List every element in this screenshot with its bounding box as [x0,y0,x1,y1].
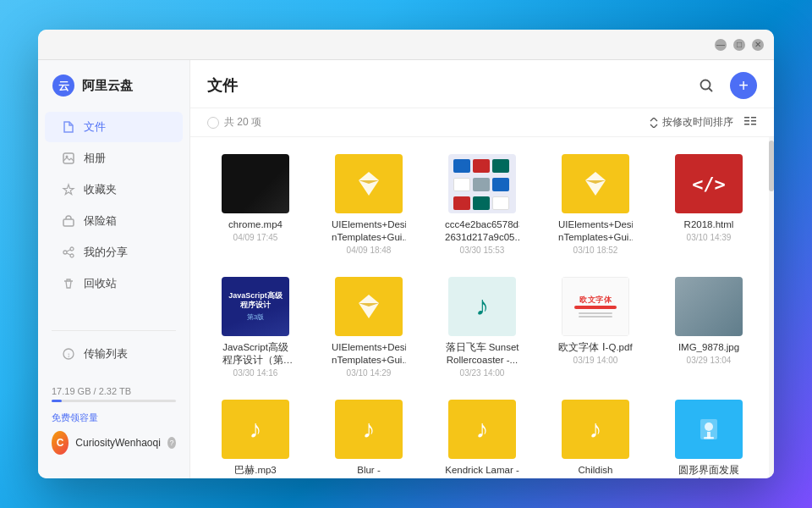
sidebar-divider [52,330,176,331]
nav-transfer-label: 传输列表 [84,346,128,362]
storage-upgrade-link[interactable]: 免费领容量 [52,412,98,422]
help-icon[interactable]: ? [167,437,176,449]
sidebar-item-favorites[interactable]: 收藏夹 [45,174,183,205]
file-item[interactable]: ccc4e2bac6578d3 2631d217a9c05... 03/30 1… [431,147,534,260]
file-item[interactable]: </> R2018.html 03/10 14:39 [657,147,760,260]
svg-rect-4 [63,219,74,226]
sidebar-item-files[interactable]: 文件 [45,112,183,142]
sidebar-item-share[interactable]: 我的分享 [45,237,183,268]
view-toggle-button[interactable] [743,116,757,130]
sidebar-logo: 云 阿里云盘 [38,74,189,111]
keynote-icon [694,414,724,444]
svg-rect-16 [751,124,756,125]
book-title-text: JavaScript高级程序设计 [227,291,284,311]
file-thumb-key [675,400,743,459]
file-item[interactable]: UIElements+Design nTemplates+Gui... 03/1… [544,147,647,260]
svg-rect-11 [744,117,749,119]
svg-text:↕: ↕ [67,351,70,359]
file-date: 03/10 18:52 [573,246,618,255]
file-item[interactable]: IMG_9878.jpg 03/29 13:04 [657,270,760,383]
file-grid-container: chrome.mp4 04/09 17:45 [190,137,774,478]
file-item[interactable]: 欧文字体 欧文字体 Ⅰ-Q.pdf 03/19 14:00 [544,270,647,383]
nav-album-label: 相册 [84,151,106,166]
app-window: — □ ✕ 云 阿里云盘 文件 [38,30,774,478]
file-date: 03/19 14:00 [573,356,618,365]
sidebar-item-vault[interactable]: 保险箱 [45,206,183,236]
file-name: UIElements+Design nTemplates+Gui... [332,218,406,244]
app-body: 云 阿里云盘 文件 [38,60,774,478]
sidebar-item-transfer[interactable]: ↕ 传输列表 [45,339,183,369]
file-name: 圆形界面发展史.key [672,464,746,478]
file-name: Blur - Tender.mp3 [332,464,406,478]
file-name: ccc4e2bac6578d3 2631d217a9c05... [445,218,519,244]
file-item[interactable]: ♪ Blur - Tender.mp3 03/22 18:10 [317,393,420,478]
transfer-icon: ↕ [62,347,75,361]
main-content: 文件 + 共 20 项 [190,60,774,478]
photo-preview [675,277,743,336]
nav-vault-label: 保险箱 [84,213,117,229]
file-item[interactable]: ♪ Kendrick Lamar - HUMBLE.mp3 03/22 18:1… [431,393,534,478]
svg-point-5 [70,247,74,251]
music-note-icon5: ♪ [590,415,602,444]
avatar: C [52,431,69,455]
key-preview [675,400,743,459]
file-name: UIElements+Design nTemplates+Gui... [558,218,633,244]
music-note-icon3: ♪ [363,415,376,444]
sidebar-item-album[interactable]: 相册 [45,143,183,174]
sketch-preview3 [335,277,403,336]
svg-point-10 [701,80,710,90]
file-date: 03/29 13:04 [687,356,732,365]
svg-point-18 [705,422,713,431]
logo-icon: 云 [52,74,75,97]
file-item[interactable]: ♪ 落日飞车 Sunset Rollercoaster -... 03/23 1… [431,270,534,383]
add-button[interactable]: + [730,72,757,99]
sort-icon [649,118,659,128]
file-name: 欧文字体 Ⅰ-Q.pdf [558,341,632,354]
file-thumb-kendrick: ♪ [448,400,516,459]
svg-point-6 [63,251,67,254]
file-name: Kendrick Lamar - HUMBLE.mp3 [445,464,519,478]
minimize-button[interactable]: — [715,39,727,51]
music-note-icon2: ♪ [250,415,262,444]
svg-rect-15 [751,120,756,122]
file-date: 03/10 14:39 [687,233,732,242]
file-item[interactable]: ♪ 巴赫.mp3 03/06 12:47 [204,393,307,478]
file-thumb-image [448,154,516,213]
file-name: 巴赫.mp3 [234,464,277,477]
file-grid: chrome.mp4 04/09 17:45 [204,147,760,478]
sort-button[interactable]: 按修改时间排序 [649,115,733,130]
username: CuriosityWenhaoqi [75,437,161,449]
music-yellow-preview: ♪ [222,400,289,459]
music-yellow-preview4: ♪ [562,400,629,459]
file-thumb-html: </> [675,154,743,213]
user-row: C CuriosityWenhaoqi ? [52,431,176,455]
file-thumb-sketch3 [335,277,403,336]
file-item[interactable]: UIElements+Design nTemplates+Gui... 04/0… [317,147,420,260]
music-note-icon: ♪ [475,290,489,322]
book-subtitle-text: 第3版 [247,312,264,322]
file-item[interactable]: chrome.mp4 04/09 17:45 [204,147,307,260]
file-date: 04/09 18:48 [347,246,392,255]
file-item[interactable]: ♪ Childish Gambino - IV... 03/22 18:58 [544,393,647,478]
svg-point-7 [70,254,74,257]
nav-trash-label: 回收站 [84,276,117,291]
file-name: IMG_9878.jpg [678,341,739,354]
file-item[interactable]: UIElements+Design nTemplates+Gui... 03/1… [317,270,420,383]
close-button[interactable]: ✕ [752,39,764,51]
file-item[interactable]: JavaScript高级程序设计 第3版 JavaScript高级程序设计（第3… [204,270,307,383]
file-name: 落日飞车 Sunset Rollercoaster -... [445,341,519,367]
file-item[interactable]: 圆形界面发展史.key 03/19 16:05 [657,393,760,478]
titlebar: — □ ✕ [38,30,774,60]
file-thumb-sketch [335,154,403,213]
sketch-diamond-icon2 [580,168,611,199]
page-title: 文件 [207,75,683,96]
sidebar-item-trash[interactable]: 回收站 [45,268,183,299]
scrollbar-thumb[interactable] [769,141,774,191]
sketch-diamond-icon3 [354,291,384,322]
maximize-button[interactable]: □ [733,39,745,51]
file-thumb-bach: ♪ [222,400,289,459]
video-preview [222,154,289,213]
file-icon [62,120,75,134]
search-button[interactable] [693,72,720,99]
select-all-checkbox[interactable] [207,117,219,129]
